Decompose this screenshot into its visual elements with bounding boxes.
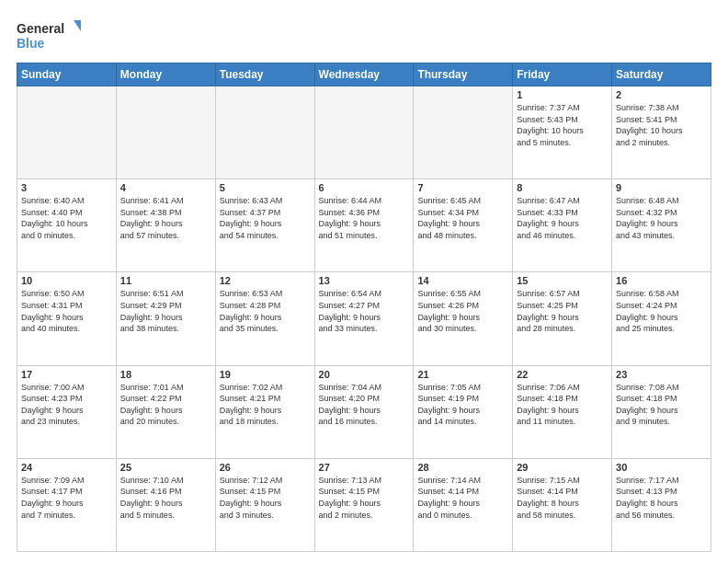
day-number: 20: [319, 369, 410, 380]
day-number: 21: [417, 369, 508, 380]
day-info: Sunrise: 6:50 AMSunset: 4:31 PMDaylight:…: [21, 288, 112, 334]
cell-w1-d1: 4Sunrise: 6:41 AMSunset: 4:38 PMDaylight…: [116, 179, 215, 272]
day-info: Sunrise: 6:47 AMSunset: 4:33 PMDaylight:…: [517, 195, 608, 241]
cell-w2-d1: 11Sunrise: 6:51 AMSunset: 4:29 PMDayligh…: [116, 272, 215, 365]
cell-w4-d3: 27Sunrise: 7:13 AMSunset: 4:15 PMDayligh…: [314, 458, 414, 551]
day-number: 28: [417, 462, 508, 473]
week-row-2: 10Sunrise: 6:50 AMSunset: 4:31 PMDayligh…: [17, 272, 711, 365]
day-number: 23: [616, 369, 707, 380]
day-number: 7: [417, 182, 508, 193]
day-number: 16: [616, 275, 707, 286]
day-number: 11: [120, 275, 211, 286]
day-number: 13: [319, 275, 410, 286]
day-info: Sunrise: 6:57 AMSunset: 4:25 PMDaylight:…: [517, 288, 608, 334]
cell-w4-d0: 24Sunrise: 7:09 AMSunset: 4:17 PMDayligh…: [17, 458, 117, 551]
cell-w0-d4: [414, 86, 513, 179]
day-info: Sunrise: 7:38 AMSunset: 5:41 PMDaylight:…: [616, 102, 707, 148]
day-number: 9: [616, 182, 707, 193]
day-number: 12: [220, 275, 311, 286]
day-info: Sunrise: 7:02 AMSunset: 4:21 PMDaylight:…: [220, 382, 311, 428]
week-row-1: 3Sunrise: 6:40 AMSunset: 4:40 PMDaylight…: [17, 179, 711, 272]
day-info: Sunrise: 6:43 AMSunset: 4:37 PMDaylight:…: [220, 195, 311, 241]
day-number: 27: [319, 462, 410, 473]
day-info: Sunrise: 7:05 AMSunset: 4:19 PMDaylight:…: [417, 382, 508, 428]
day-info: Sunrise: 7:14 AMSunset: 4:14 PMDaylight:…: [417, 475, 508, 521]
cell-w0-d0: [17, 86, 117, 179]
header-tuesday: Tuesday: [215, 63, 314, 86]
day-number: 2: [616, 89, 707, 100]
cell-w1-d4: 7Sunrise: 6:45 AMSunset: 4:34 PMDaylight…: [414, 179, 513, 272]
day-info: Sunrise: 6:51 AMSunset: 4:29 PMDaylight:…: [120, 288, 211, 334]
cell-w0-d3: [314, 86, 414, 179]
header-saturday: Saturday: [612, 63, 711, 86]
cell-w0-d2: [215, 86, 314, 179]
day-number: 1: [517, 89, 608, 100]
cell-w3-d1: 18Sunrise: 7:01 AMSunset: 4:22 PMDayligh…: [116, 365, 215, 458]
day-info: Sunrise: 7:04 AMSunset: 4:20 PMDaylight:…: [319, 382, 410, 428]
day-info: Sunrise: 6:54 AMSunset: 4:27 PMDaylight:…: [319, 288, 410, 334]
logo: General Blue: [17, 17, 81, 53]
day-info: Sunrise: 6:48 AMSunset: 4:32 PMDaylight:…: [616, 195, 707, 241]
week-row-4: 24Sunrise: 7:09 AMSunset: 4:17 PMDayligh…: [17, 458, 711, 551]
cell-w2-d5: 15Sunrise: 6:57 AMSunset: 4:25 PMDayligh…: [513, 272, 612, 365]
cell-w3-d0: 17Sunrise: 7:00 AMSunset: 4:23 PMDayligh…: [17, 365, 117, 458]
day-info: Sunrise: 7:08 AMSunset: 4:18 PMDaylight:…: [616, 382, 707, 428]
day-number: 17: [21, 369, 112, 380]
day-info: Sunrise: 7:12 AMSunset: 4:15 PMDaylight:…: [220, 475, 311, 521]
day-number: 24: [21, 462, 112, 473]
day-info: Sunrise: 7:01 AMSunset: 4:22 PMDaylight:…: [120, 382, 211, 428]
day-number: 22: [517, 369, 608, 380]
cell-w1-d0: 3Sunrise: 6:40 AMSunset: 4:40 PMDaylight…: [17, 179, 117, 272]
day-number: 3: [21, 182, 112, 193]
svg-text:General: General: [17, 21, 64, 36]
cell-w4-d4: 28Sunrise: 7:14 AMSunset: 4:14 PMDayligh…: [414, 458, 513, 551]
page: General Blue SundayMondayTuesdayWednesda…: [0, 0, 728, 563]
day-number: 29: [517, 462, 608, 473]
cell-w2-d3: 13Sunrise: 6:54 AMSunset: 4:27 PMDayligh…: [314, 272, 414, 365]
cell-w1-d5: 8Sunrise: 6:47 AMSunset: 4:33 PMDaylight…: [513, 179, 612, 272]
day-number: 25: [120, 462, 211, 473]
day-number: 10: [21, 275, 112, 286]
day-info: Sunrise: 7:17 AMSunset: 4:13 PMDaylight:…: [616, 475, 707, 521]
cell-w2-d2: 12Sunrise: 6:53 AMSunset: 4:28 PMDayligh…: [215, 272, 314, 365]
week-row-0: 1Sunrise: 7:37 AMSunset: 5:43 PMDaylight…: [17, 86, 711, 179]
day-info: Sunrise: 7:06 AMSunset: 4:18 PMDaylight:…: [517, 382, 608, 428]
day-number: 6: [319, 182, 410, 193]
header: General Blue: [17, 17, 711, 53]
cell-w2-d0: 10Sunrise: 6:50 AMSunset: 4:31 PMDayligh…: [17, 272, 117, 365]
day-info: Sunrise: 6:53 AMSunset: 4:28 PMDaylight:…: [220, 288, 311, 334]
cell-w0-d6: 2Sunrise: 7:38 AMSunset: 5:41 PMDaylight…: [612, 86, 711, 179]
cell-w3-d5: 22Sunrise: 7:06 AMSunset: 4:18 PMDayligh…: [513, 365, 612, 458]
header-friday: Friday: [513, 63, 612, 86]
day-number: 30: [616, 462, 707, 473]
svg-text:Blue: Blue: [17, 36, 45, 51]
cell-w2-d4: 14Sunrise: 6:55 AMSunset: 4:26 PMDayligh…: [414, 272, 513, 365]
day-info: Sunrise: 6:41 AMSunset: 4:38 PMDaylight:…: [120, 195, 211, 241]
cell-w1-d2: 5Sunrise: 6:43 AMSunset: 4:37 PMDaylight…: [215, 179, 314, 272]
calendar-table: SundayMondayTuesdayWednesdayThursdayFrid…: [17, 63, 711, 552]
svg-marker-2: [74, 20, 81, 31]
day-info: Sunrise: 7:37 AMSunset: 5:43 PMDaylight:…: [517, 102, 608, 148]
calendar-header-row: SundayMondayTuesdayWednesdayThursdayFrid…: [17, 63, 711, 86]
cell-w4-d2: 26Sunrise: 7:12 AMSunset: 4:15 PMDayligh…: [215, 458, 314, 551]
day-info: Sunrise: 7:13 AMSunset: 4:15 PMDaylight:…: [319, 475, 410, 521]
header-sunday: Sunday: [17, 63, 117, 86]
day-info: Sunrise: 6:45 AMSunset: 4:34 PMDaylight:…: [417, 195, 508, 241]
day-info: Sunrise: 7:15 AMSunset: 4:14 PMDaylight:…: [517, 475, 608, 521]
header-wednesday: Wednesday: [314, 63, 414, 86]
day-number: 19: [220, 369, 311, 380]
cell-w0-d1: [116, 86, 215, 179]
day-info: Sunrise: 6:44 AMSunset: 4:36 PMDaylight:…: [319, 195, 410, 241]
cell-w1-d3: 6Sunrise: 6:44 AMSunset: 4:36 PMDaylight…: [314, 179, 414, 272]
cell-w0-d5: 1Sunrise: 7:37 AMSunset: 5:43 PMDaylight…: [513, 86, 612, 179]
header-monday: Monday: [116, 63, 215, 86]
cell-w3-d4: 21Sunrise: 7:05 AMSunset: 4:19 PMDayligh…: [414, 365, 513, 458]
header-thursday: Thursday: [414, 63, 513, 86]
day-info: Sunrise: 6:40 AMSunset: 4:40 PMDaylight:…: [21, 195, 112, 241]
cell-w3-d6: 23Sunrise: 7:08 AMSunset: 4:18 PMDayligh…: [612, 365, 711, 458]
day-number: 5: [220, 182, 311, 193]
cell-w1-d6: 9Sunrise: 6:48 AMSunset: 4:32 PMDaylight…: [612, 179, 711, 272]
day-number: 8: [517, 182, 608, 193]
day-info: Sunrise: 6:55 AMSunset: 4:26 PMDaylight:…: [417, 288, 508, 334]
day-number: 14: [417, 275, 508, 286]
